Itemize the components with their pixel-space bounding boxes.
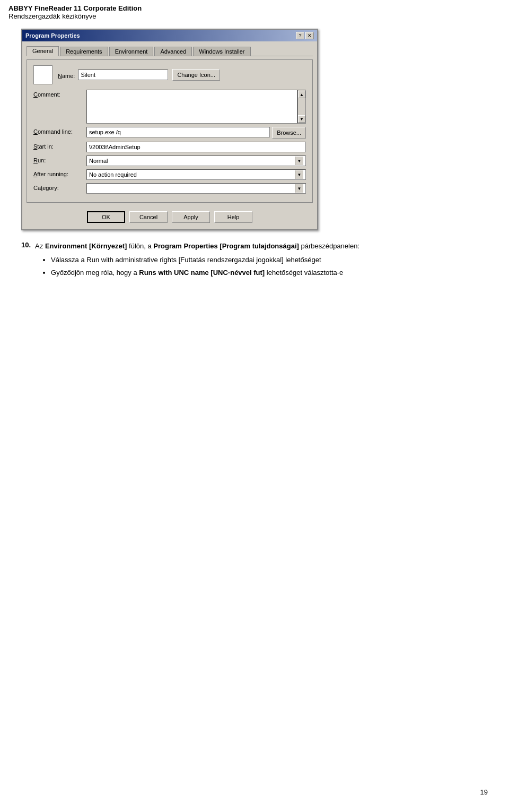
run-select[interactable]: Normal ▼ xyxy=(86,156,306,166)
bullet-2-bold: Runs with UNC name [UNC-névvel fut] xyxy=(139,269,265,277)
intro-mid1: fülön, a xyxy=(127,242,153,250)
change-icon-button[interactable]: Change Icon... xyxy=(172,69,220,81)
comment-scrollbar[interactable]: ▲ ▼ xyxy=(297,90,306,124)
dialog-title-text: Program Properties xyxy=(25,32,80,39)
command-line-row: Command line: Browse... xyxy=(33,127,306,139)
intro-mid2: párbeszédpanelen: xyxy=(299,242,359,250)
intro-bold1: Environment [Környezet] xyxy=(45,242,127,250)
run-label: Run: xyxy=(33,156,86,163)
after-running-dropdown-arrow[interactable]: ▼ xyxy=(295,170,303,179)
scroll-up-arrow[interactable]: ▲ xyxy=(298,91,305,98)
comment-textarea[interactable] xyxy=(86,90,297,124)
help-icon-btn[interactable]: ? xyxy=(296,32,304,39)
dialog-body: General Requirements Environment Advance… xyxy=(22,41,317,229)
tab-environment[interactable]: Environment xyxy=(109,47,154,56)
bullet-2-prefix: Győződjön meg róla, hogy a xyxy=(51,269,139,277)
close-icon-btn[interactable]: ✕ xyxy=(305,32,314,39)
category-select[interactable]: ▼ xyxy=(86,183,306,194)
apply-button[interactable]: Apply xyxy=(172,211,210,223)
step-text: Az Environment [Környezet] fülön, a Prog… xyxy=(35,241,359,281)
after-running-select-value: No action required xyxy=(89,171,295,178)
comment-row: Comment: ▲ ▼ xyxy=(33,90,306,124)
page-number: 19 xyxy=(480,788,488,796)
command-line-input[interactable] xyxy=(86,127,270,137)
run-select-value: Normal xyxy=(89,158,295,164)
program-icon xyxy=(33,65,52,84)
program-properties-dialog: Program Properties ? ✕ General Requireme… xyxy=(21,29,318,230)
bullet-2-suffix: lehetőséget választotta-e xyxy=(265,269,343,277)
browse-button[interactable]: Browse... xyxy=(272,127,306,139)
bullet-1-text: Válassza a Run with administrative right… xyxy=(51,256,321,264)
form-area: Name: Change Icon... Comment: ▲ xyxy=(27,59,313,203)
document-title: ABBYY FineReader 11 Corporate Edition xyxy=(8,4,501,12)
tab-requirements[interactable]: Requirements xyxy=(60,47,108,56)
bullet-list: Válassza a Run with administrative right… xyxy=(51,255,359,279)
start-in-label: Start in: xyxy=(33,142,86,150)
intro-prefix: Az xyxy=(35,242,45,250)
comment-label: Comment: xyxy=(33,90,86,98)
scroll-down-arrow[interactable]: ▼ xyxy=(298,115,305,123)
start-in-input[interactable] xyxy=(86,142,306,152)
tab-advanced[interactable]: Advanced xyxy=(154,47,192,56)
run-row: Run: Normal ▼ xyxy=(33,156,306,166)
intro-bold2: Program Properties [Program tulajdonsága… xyxy=(153,242,299,250)
tab-windows-installer[interactable]: Windows Installer xyxy=(193,47,250,56)
tab-row: General Requirements Environment Advance… xyxy=(27,46,313,56)
list-item: Győződjön meg róla, hogy a Runs with UNC… xyxy=(51,267,359,279)
command-line-label: Command line: xyxy=(33,127,86,135)
category-label: Category: xyxy=(33,183,86,191)
titlebar-buttons: ? ✕ xyxy=(296,32,314,39)
icon-name-row: Name: Change Icon... xyxy=(33,65,306,84)
command-line-input-group: Browse... xyxy=(86,127,306,139)
document-subtitle: Rendszergazdák kézikönyve xyxy=(8,12,501,20)
list-item: Válassza a Run with administrative right… xyxy=(51,255,359,266)
run-dropdown-arrow[interactable]: ▼ xyxy=(295,157,303,165)
after-running-row: After running: No action required ▼ xyxy=(33,169,306,180)
dialog-titlebar: Program Properties ? ✕ xyxy=(22,30,317,41)
cancel-button[interactable]: Cancel xyxy=(129,211,168,223)
name-label: Name: xyxy=(58,71,75,79)
dialog-buttons: OK Cancel Apply Help xyxy=(27,208,313,225)
after-running-label: After running: xyxy=(33,169,86,177)
after-running-select[interactable]: No action required ▼ xyxy=(86,169,306,180)
start-in-row: Start in: xyxy=(33,142,306,152)
help-button[interactable]: Help xyxy=(214,211,252,223)
step-number: 10. xyxy=(21,241,31,249)
tab-general[interactable]: General xyxy=(27,46,59,56)
comment-textarea-wrapper: ▲ ▼ xyxy=(86,90,306,124)
category-row: Category: ▼ xyxy=(33,183,306,194)
ok-button[interactable]: OK xyxy=(87,211,125,223)
name-input[interactable] xyxy=(78,70,168,80)
category-dropdown-arrow[interactable]: ▼ xyxy=(295,184,303,193)
